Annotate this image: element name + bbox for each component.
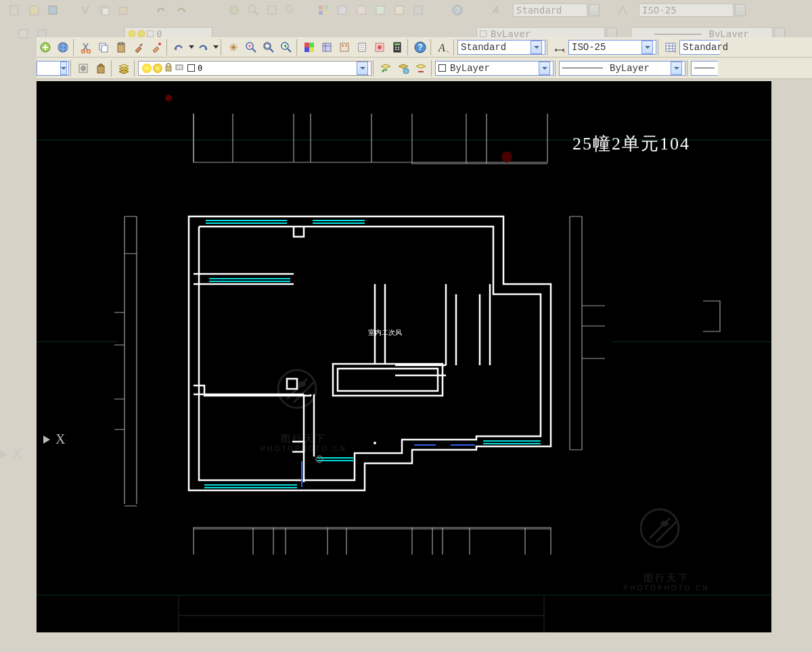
background-toolbar-1: ? A Standard ISO-25 bbox=[0, 0, 812, 20]
design-center-icon[interactable] bbox=[319, 39, 335, 55]
color-value: ByLayer bbox=[450, 63, 490, 74]
svg-rect-31 bbox=[119, 43, 123, 45]
svg-point-53 bbox=[395, 49, 397, 50]
svg-rect-4 bbox=[119, 7, 127, 14]
svg-rect-42 bbox=[323, 43, 331, 51]
linetype-combo[interactable]: ByLayer bbox=[559, 61, 685, 76]
zoom-window-icon[interactable] bbox=[261, 39, 277, 55]
svg-rect-10 bbox=[324, 5, 328, 9]
svg-point-70 bbox=[501, 152, 512, 162]
svg-point-26 bbox=[82, 49, 85, 53]
new-icon[interactable] bbox=[37, 39, 53, 55]
ghost-ucs-x: X bbox=[0, 445, 22, 463]
ghost-dim-style: ISO-25 bbox=[642, 5, 677, 16]
drawing-title: 25幢2单元104 bbox=[572, 132, 690, 156]
dim-style-icon[interactable] bbox=[551, 39, 568, 55]
linetype-dropdown[interactable] bbox=[671, 62, 682, 75]
layer-on-icon bbox=[142, 64, 152, 73]
svg-rect-61 bbox=[97, 66, 104, 73]
lineweight-combo-partial[interactable] bbox=[691, 61, 718, 76]
properties-icon[interactable] bbox=[301, 39, 317, 55]
svg-point-54 bbox=[398, 49, 399, 50]
svg-rect-29 bbox=[102, 45, 108, 52]
svg-rect-63 bbox=[176, 65, 183, 70]
svg-rect-17 bbox=[414, 6, 422, 14]
layer-previous-icon[interactable] bbox=[378, 60, 394, 76]
paint-icon[interactable] bbox=[148, 39, 164, 55]
layer-color-icon bbox=[187, 64, 195, 72]
sheet-set-icon[interactable] bbox=[354, 39, 370, 55]
text-style-combo[interactable]: Standard bbox=[457, 40, 545, 55]
svg-rect-40 bbox=[304, 47, 309, 52]
table-style-value: Standard bbox=[683, 42, 728, 53]
text-style-icon[interactable]: A bbox=[435, 39, 451, 55]
svg-text:?: ? bbox=[455, 7, 459, 14]
cut-icon[interactable] bbox=[78, 39, 94, 55]
svg-point-86 bbox=[316, 456, 323, 463]
text-style-value: Standard bbox=[461, 42, 506, 53]
layer-combo[interactable]: 0 bbox=[138, 61, 371, 76]
layer-states-icon[interactable] bbox=[395, 60, 411, 76]
layer-freeze-icon bbox=[153, 64, 162, 73]
leading-combo[interactable] bbox=[37, 61, 69, 76]
ghost-text-style: Standard bbox=[516, 5, 562, 16]
copy-icon[interactable] bbox=[95, 39, 112, 55]
svg-rect-7 bbox=[268, 6, 276, 14]
zoom-realtime-icon[interactable] bbox=[243, 39, 259, 55]
drawing-canvas[interactable]: 25幢2单元104 室内二次风 X bbox=[37, 81, 771, 632]
svg-point-52 bbox=[398, 47, 399, 48]
color-swatch bbox=[438, 64, 446, 72]
undo-dropdown[interactable] bbox=[188, 45, 195, 49]
svg-rect-45 bbox=[345, 45, 347, 47]
svg-rect-50 bbox=[394, 43, 400, 45]
linetype-preview bbox=[562, 68, 603, 68]
svg-text:A: A bbox=[438, 42, 445, 53]
svg-point-33 bbox=[232, 46, 235, 49]
svg-point-69 bbox=[165, 95, 172, 101]
color-dropdown[interactable] bbox=[539, 62, 550, 75]
dim-style-combo[interactable]: ISO-25 bbox=[568, 40, 656, 55]
svg-point-48 bbox=[378, 45, 382, 49]
layer-iso-icon[interactable] bbox=[413, 60, 429, 76]
table-style-combo[interactable]: Standard bbox=[679, 40, 720, 55]
workspace-icon[interactable] bbox=[75, 60, 91, 76]
undo-icon[interactable] bbox=[171, 39, 187, 55]
svg-point-60 bbox=[81, 66, 86, 71]
match-props-icon[interactable] bbox=[131, 39, 147, 55]
zoom-previous-icon[interactable] bbox=[278, 39, 294, 55]
paste-icon[interactable] bbox=[113, 39, 129, 55]
svg-rect-0 bbox=[10, 5, 18, 15]
svg-rect-21 bbox=[19, 30, 27, 38]
svg-point-5 bbox=[230, 6, 238, 14]
layer-manager-icon[interactable] bbox=[116, 60, 132, 76]
text-style-dropdown[interactable] bbox=[531, 41, 542, 54]
svg-rect-1 bbox=[49, 6, 57, 14]
floorplan-svg bbox=[37, 81, 771, 632]
markup-icon[interactable] bbox=[371, 39, 388, 55]
layers-toolbar: 0 ByLayer ByLayer bbox=[37, 57, 812, 79]
redo-icon[interactable] bbox=[196, 39, 212, 55]
svg-point-51 bbox=[395, 47, 397, 48]
layer-combo-dropdown[interactable] bbox=[357, 62, 368, 75]
dim-style-dropdown[interactable] bbox=[641, 41, 653, 54]
qcalc-icon[interactable] bbox=[389, 39, 405, 55]
building-icon[interactable] bbox=[93, 60, 109, 76]
globe-icon[interactable] bbox=[55, 39, 71, 55]
color-combo[interactable]: ByLayer bbox=[435, 61, 554, 76]
leading-dropdown[interactable] bbox=[60, 62, 67, 75]
svg-rect-43 bbox=[340, 43, 348, 51]
svg-rect-16 bbox=[395, 6, 403, 14]
svg-rect-62 bbox=[166, 66, 171, 71]
pan-icon[interactable] bbox=[225, 39, 242, 55]
layer-name: 0 bbox=[198, 64, 202, 73]
svg-rect-41 bbox=[309, 47, 314, 52]
help-icon[interactable]: ? bbox=[412, 39, 428, 55]
redo-dropdown[interactable] bbox=[212, 45, 219, 49]
svg-point-64 bbox=[403, 68, 409, 74]
tool-palette-icon[interactable] bbox=[336, 39, 353, 55]
svg-rect-38 bbox=[304, 43, 309, 47]
svg-rect-12 bbox=[324, 11, 328, 15]
svg-rect-13 bbox=[338, 6, 346, 14]
table-style-icon[interactable] bbox=[662, 39, 679, 55]
svg-point-87 bbox=[374, 442, 376, 444]
